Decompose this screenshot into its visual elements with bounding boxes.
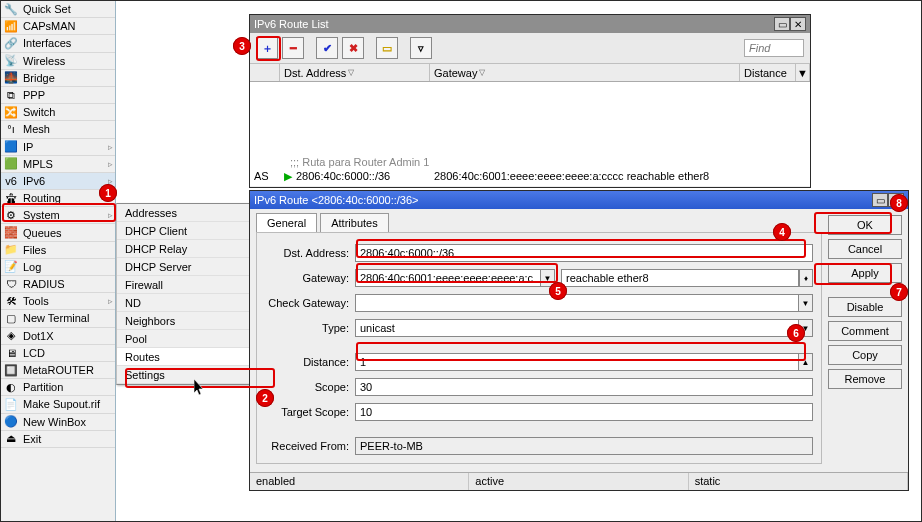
remove-button[interactable]: ━ <box>282 37 304 59</box>
find-input[interactable] <box>744 39 804 57</box>
sidebar-item-bridge[interactable]: 🌉Bridge <box>1 70 115 87</box>
comment-button[interactable]: Comment <box>828 321 902 341</box>
sidebar-item-log[interactable]: 📝Log <box>1 259 115 276</box>
sidebar-item-wireless[interactable]: 📡Wireless <box>1 53 115 70</box>
add-gateway-icon[interactable]: ♦ <box>799 269 813 287</box>
sidebar-icon: 🔗 <box>3 36 19 50</box>
sidebar-icon: ▢ <box>3 311 19 325</box>
dst-address-input[interactable]: 2806:40c:6000::/36 <box>355 244 813 262</box>
chevron-right-icon: ▹ <box>108 296 113 306</box>
sidebar-item-radius[interactable]: 🛡RADIUS <box>1 276 115 293</box>
route-detail-titlebar[interactable]: IPv6 Route <2806:40c:6000::/36> ▭ ✕ <box>250 191 908 209</box>
enable-button[interactable]: ✔ <box>316 37 338 59</box>
add-button[interactable]: ＋ <box>256 37 278 59</box>
close-icon[interactable]: ✕ <box>790 17 806 31</box>
sidebar-item-ipv6[interactable]: v6IPv6▹ <box>1 173 115 190</box>
sidebar-item-switch[interactable]: 🔀Switch <box>1 104 115 121</box>
sidebar-item-metarouter[interactable]: 🔲MetaROUTER <box>1 362 115 379</box>
lbl-tscope: Target Scope: <box>259 406 355 418</box>
sidebar-item-label: System <box>23 209 60 221</box>
sidebar-item-make-supout-rif[interactable]: 📄Make Supout.rif <box>1 396 115 413</box>
tab-general[interactable]: General <box>256 213 317 232</box>
type-input[interactable]: unicast <box>355 319 799 337</box>
sidebar-icon: 🛡 <box>3 277 19 291</box>
spinner-up-icon[interactable]: ▲ <box>799 353 813 371</box>
sidebar-icon: ⏏ <box>3 432 19 446</box>
sidebar-icon: 🛠 <box>3 294 19 308</box>
disable-button[interactable]: ✖ <box>342 37 364 59</box>
close-icon[interactable]: ✕ <box>888 193 904 207</box>
route-list-header: Dst. Address Gateway Distance ▼ <box>250 64 810 82</box>
sidebar-icon: 🧱 <box>3 226 19 240</box>
cancel-button[interactable]: Cancel <box>828 239 902 259</box>
sidebar-icon: 📝 <box>3 260 19 274</box>
sidebar-icon: v6 <box>3 174 19 188</box>
gateway-input[interactable]: 2806:40c:6001:eeee:eeee:eeee:a:c <box>355 269 541 287</box>
sidebar-item-new-winbox[interactable]: 🔵New WinBox <box>1 414 115 431</box>
check-gateway-input[interactable] <box>355 294 799 312</box>
route-list-titlebar[interactable]: IPv6 Route List ▭ ✕ <box>250 15 810 33</box>
chevron-right-icon: ▹ <box>108 210 113 220</box>
tab-attributes[interactable]: Attributes <box>320 213 388 232</box>
col-dist[interactable]: Distance <box>740 64 796 81</box>
sidebar-item-label: Log <box>23 261 41 273</box>
sidebar-icon: ⧉ <box>3 88 19 102</box>
sidebar-item-label: MPLS <box>23 158 53 170</box>
sidebar-item-tools[interactable]: 🛠Tools▹ <box>1 293 115 310</box>
sidebar-item-new-terminal[interactable]: ▢New Terminal <box>1 310 115 327</box>
sidebar-item-capsman[interactable]: 📶CAPsMAN <box>1 18 115 35</box>
sidebar-item-routing[interactable]: 🛣Routing▹ <box>1 190 115 207</box>
col-dst[interactable]: Dst. Address <box>280 64 430 81</box>
col-flag[interactable] <box>250 64 280 81</box>
ok-button[interactable]: OK <box>828 215 902 235</box>
sidebar-icon: 🌉 <box>3 71 19 85</box>
sidebar-item-ppp[interactable]: ⧉PPP <box>1 87 115 104</box>
col-gw[interactable]: Gateway <box>430 64 740 81</box>
status-active: active <box>469 473 688 490</box>
copy-button[interactable]: Copy <box>828 345 902 365</box>
filter-button[interactable]: ▿ <box>410 37 432 59</box>
sidebar-icon: 🟩 <box>3 157 19 171</box>
sidebar-item-quick-set[interactable]: 🔧Quick Set <box>1 1 115 18</box>
lbl-dst: Dst. Address: <box>259 247 355 259</box>
chevron-down-icon[interactable]: ▼ <box>541 269 555 287</box>
remove-button[interactable]: Remove <box>828 369 902 389</box>
sidebar-item-label: CAPsMAN <box>23 20 76 32</box>
sidebar-item-partition[interactable]: ◐Partition <box>1 379 115 396</box>
sidebar-item-queues[interactable]: 🧱Queues <box>1 224 115 241</box>
comment-button[interactable]: ▭ <box>376 37 398 59</box>
sidebar-item-mpls[interactable]: 🟩MPLS▹ <box>1 156 115 173</box>
target-scope-input[interactable]: 10 <box>355 403 813 421</box>
chevron-down-icon[interactable]: ▼ <box>799 294 813 312</box>
table-row[interactable]: AS ▶ 2806:40c:6000::/36 2806:40c:6001:ee… <box>250 168 810 184</box>
sidebar-item-label: Dot1X <box>23 330 54 342</box>
col-menu-icon[interactable]: ▼ <box>796 64 810 81</box>
row-flag: AS <box>250 170 280 182</box>
sidebar-item-ip[interactable]: 🟦IP▹ <box>1 139 115 156</box>
sidebar-item-label: Quick Set <box>23 3 71 15</box>
distance-input[interactable]: 1 <box>355 353 799 371</box>
scope-input[interactable]: 30 <box>355 378 813 396</box>
tab-bar: General Attributes <box>250 209 908 232</box>
active-icon: ▶ <box>280 170 292 183</box>
chevron-down-icon[interactable]: ▼ <box>799 319 813 337</box>
sidebar-item-label: Mesh <box>23 123 50 135</box>
sidebar-item-system[interactable]: ⚙System▹ <box>1 207 115 224</box>
disable-button[interactable]: Disable <box>828 297 902 317</box>
lbl-scope: Scope: <box>259 381 355 393</box>
sidebar-item-dot1x[interactable]: ◈Dot1X <box>1 328 115 345</box>
sidebar-item-interfaces[interactable]: 🔗Interfaces <box>1 35 115 52</box>
sidebar-item-label: Switch <box>23 106 55 118</box>
sidebar-item-label: RADIUS <box>23 278 65 290</box>
minimize-icon[interactable]: ▭ <box>774 17 790 31</box>
minimize-icon[interactable]: ▭ <box>872 193 888 207</box>
sidebar-item-files[interactable]: 📁Files <box>1 242 115 259</box>
sidebar-icon: 🔵 <box>3 415 19 429</box>
apply-button[interactable]: Apply <box>828 263 902 283</box>
route-list-body[interactable]: ;;; Ruta para Router Admin 1 AS ▶ 2806:4… <box>250 82 810 186</box>
sidebar-icon: ◈ <box>3 329 19 343</box>
sidebar-item-exit[interactable]: ⏏Exit <box>1 431 115 448</box>
sidebar-icon: 🔧 <box>3 2 19 16</box>
sidebar-item-lcd[interactable]: 🖥LCD <box>1 345 115 362</box>
sidebar-item-mesh[interactable]: °ıMesh <box>1 121 115 138</box>
